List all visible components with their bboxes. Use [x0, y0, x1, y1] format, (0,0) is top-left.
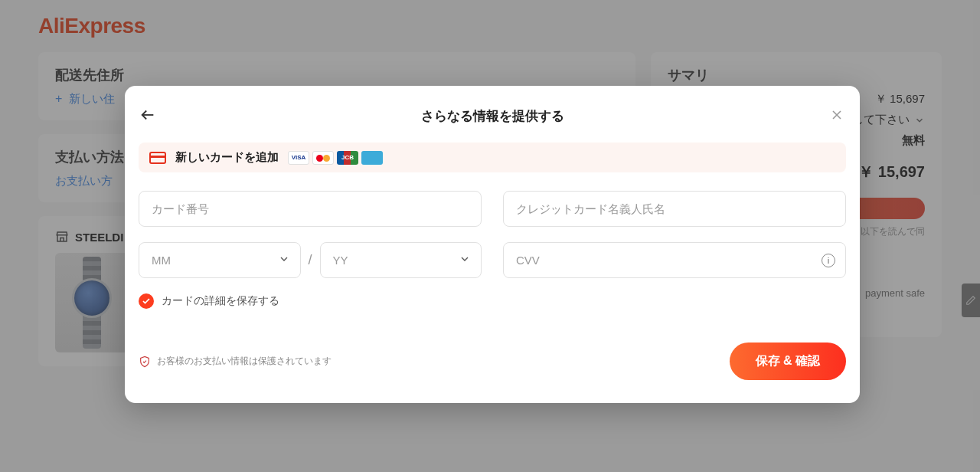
new-card-label: 新しいカードを追加: [175, 150, 279, 165]
add-card-modal: さらなる情報を提供する 新しいカードを追加 VISA JCB: [125, 86, 860, 403]
expiry-year-select[interactable]: [320, 242, 482, 278]
card-number-input[interactable]: [139, 191, 482, 227]
new-card-banner: 新しいカードを追加 VISA JCB: [139, 143, 846, 172]
card-icon: [149, 152, 166, 164]
close-button[interactable]: [828, 106, 846, 124]
shield-icon: [139, 355, 151, 369]
mastercard-icon: [312, 151, 334, 165]
amex-icon: [361, 151, 383, 165]
date-separator: /: [309, 252, 312, 268]
cardholder-name-input[interactable]: [503, 191, 846, 227]
arrow-left-icon: [139, 107, 156, 123]
visa-icon: VISA: [288, 151, 309, 165]
close-icon: [829, 107, 844, 123]
modal-overlay: さらなる情報を提供する 新しいカードを追加 VISA JCB: [0, 0, 980, 472]
expiry-month-select[interactable]: [139, 242, 301, 278]
jcb-icon: JCB: [337, 151, 358, 165]
modal-title: さらなる情報を提供する: [421, 107, 564, 125]
protected-text: お客様のお支払い情報は保護されています: [157, 355, 332, 368]
save-confirm-button[interactable]: 保存 & 確認: [730, 343, 846, 380]
save-card-checkbox[interactable]: [139, 293, 154, 309]
cvv-info-icon[interactable]: i: [822, 254, 835, 267]
cvv-input[interactable]: [503, 242, 846, 278]
check-icon: [142, 297, 151, 306]
back-button[interactable]: [139, 106, 157, 124]
save-card-label: カードの詳細を保存する: [162, 294, 279, 308]
